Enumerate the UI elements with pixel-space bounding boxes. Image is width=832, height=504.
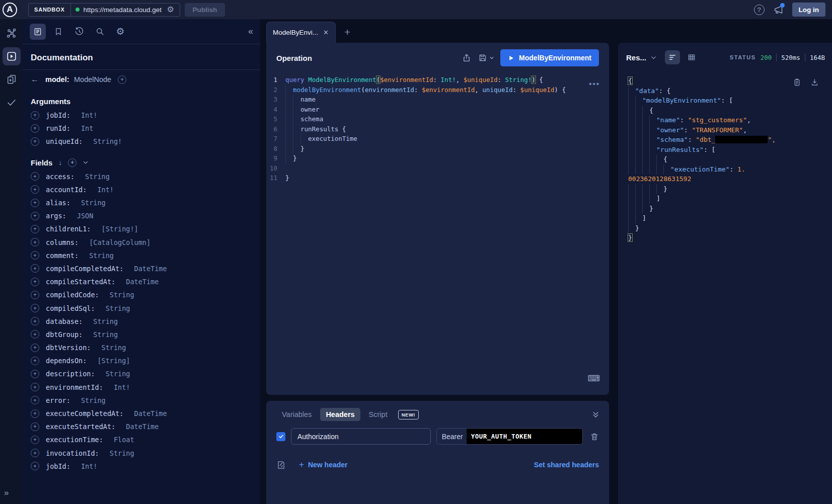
code-line[interactable]: 6runResults { [266,124,609,134]
header-enabled-checkbox[interactable] [276,432,285,441]
field-type[interactable]: String [110,291,134,299]
header-value-input[interactable]: Bearer YOUR_AUTH_TOKEN [436,428,583,445]
field-name[interactable]: accountId: [46,186,91,194]
field-type[interactable]: String [102,344,126,352]
field-name[interactable]: error: [46,396,74,404]
new-tab-icon[interactable]: + [344,26,350,38]
field-name[interactable]: childrenL1: [46,225,95,233]
response-json-line[interactable]: "owner": "TRANSFORMER", [628,125,826,135]
new-header-button[interactable]: + New header [299,460,348,470]
field-type[interactable]: [CatalogColumn] [89,238,150,246]
code-line[interactable]: 4owner [266,105,609,115]
save-icon[interactable] [478,53,487,62]
add-field-icon[interactable]: + [31,251,39,260]
bookmarks-icon[interactable] [50,24,66,40]
field-type[interactable]: String [81,199,106,207]
run-operation-button[interactable]: ModelByEnvironment [500,49,599,66]
response-json-line[interactable]: ] [628,213,826,223]
code-line[interactable]: 2modelByEnvironment(environmentId: $envi… [266,85,609,95]
table-view-icon[interactable] [684,50,699,64]
field-type[interactable]: String [93,330,118,339]
delete-header-trash-icon[interactable] [590,432,599,441]
add-field-icon[interactable]: + [31,396,39,404]
add-field-icon[interactable]: + [31,124,39,133]
field-type[interactable]: DateTime [134,409,167,417]
add-type-icon[interactable]: + [118,75,126,84]
add-field-icon[interactable]: + [31,304,39,312]
auth-token-value[interactable]: YOUR_AUTH_TOKEN [467,429,582,444]
add-field-icon[interactable]: + [31,449,39,457]
response-json-line[interactable]: } [628,184,826,194]
field-name[interactable]: args: [46,212,70,220]
field-name[interactable]: executeCompletedAt: [46,409,128,417]
wrap-view-icon[interactable] [665,50,680,64]
field-type[interactable]: DateTime [126,278,159,286]
field-name[interactable]: comment: [46,251,83,260]
field-type[interactable]: JSON [77,212,94,220]
field-name[interactable]: dependsOn: [46,357,91,365]
field-name[interactable]: runId: [46,124,74,132]
code-line[interactable]: 1query ModelByEnvironment($environmentId… [266,75,609,85]
close-tab-icon[interactable]: ✕ [323,29,329,36]
field-name[interactable]: database: [46,317,87,325]
code-line[interactable]: 9} [266,153,609,163]
field-type[interactable]: String [93,317,118,325]
response-json-line[interactable]: } [628,233,826,243]
add-field-icon[interactable]: + [31,462,39,470]
operation-editor[interactable]: 1query ModelByEnvironment($environmentId… [266,73,609,183]
field-type[interactable]: Int [81,124,93,132]
response-json-line[interactable]: "name": "stg_customers", [628,115,826,125]
field-type[interactable]: String [106,370,130,378]
documentation-tab-icon[interactable] [30,24,46,40]
add-all-fields-icon[interactable]: + [68,158,77,167]
login-button[interactable]: Log in [792,3,826,17]
field-type[interactable]: DateTime [134,265,167,273]
endpoint-settings-gear-icon[interactable]: ⚙ [167,6,174,14]
add-field-icon[interactable]: + [31,291,39,299]
publish-button[interactable]: Publish [185,3,225,17]
field-type[interactable]: [String!] [102,225,138,233]
add-field-icon[interactable]: + [31,423,39,431]
response-json-line[interactable]: 0023620128631592 [628,174,826,184]
add-field-icon[interactable]: + [31,225,39,233]
response-json-line[interactable]: "schema": "dbt_", [628,135,826,145]
add-field-icon[interactable]: + [31,357,39,365]
field-type[interactable]: String [81,396,106,404]
field-type[interactable]: Int! [97,186,114,194]
editor-menu-dots-icon[interactable]: ••• [589,79,600,88]
field-name[interactable]: description: [46,370,99,378]
add-field-icon[interactable]: + [31,436,39,444]
breadcrumb-type[interactable]: ModelNode [74,75,111,83]
field-name[interactable]: executionTime: [46,436,107,444]
field-name[interactable]: compileStartedAt: [46,278,119,286]
operation-collections-icon[interactable] [3,70,21,89]
sort-fields-icon[interactable]: ↓ [58,158,62,166]
field-name[interactable]: jobId: [46,111,74,119]
field-name[interactable]: environmentId: [46,383,107,391]
field-type[interactable]: [String] [97,357,130,365]
response-json-line[interactable]: "runResults": [ [628,145,826,155]
announcements-megaphone-icon[interactable] [773,5,784,15]
copy-response-icon[interactable] [793,78,801,87]
edit-headers-json-icon[interactable] [276,460,286,470]
code-line[interactable]: 10 [266,163,609,174]
settings-gear-icon[interactable]: ⚙ [112,24,128,40]
add-field-icon[interactable]: + [31,409,39,418]
add-field-icon[interactable]: + [31,212,39,220]
field-name[interactable]: compiledCode: [46,291,103,299]
response-json-line[interactable]: ] [628,194,826,204]
field-type[interactable]: Float [114,436,134,444]
field-name[interactable]: executeStartedAt: [46,423,119,431]
add-field-icon[interactable]: + [31,370,39,378]
response-json-line[interactable]: { [628,106,826,116]
help-icon[interactable]: ? [754,5,765,15]
keyboard-shortcuts-icon[interactable]: ⌨ [587,373,600,384]
field-name[interactable]: columns: [46,238,83,246]
code-line[interactable]: 3name [266,95,609,105]
add-field-icon[interactable]: + [31,111,39,120]
tab-script[interactable]: Script [363,408,393,421]
field-type[interactable]: String [85,173,110,181]
fields-chevron-down-icon[interactable] [83,159,89,165]
field-type[interactable]: Int! [81,462,98,470]
code-line[interactable]: 7executionTime [266,134,609,144]
